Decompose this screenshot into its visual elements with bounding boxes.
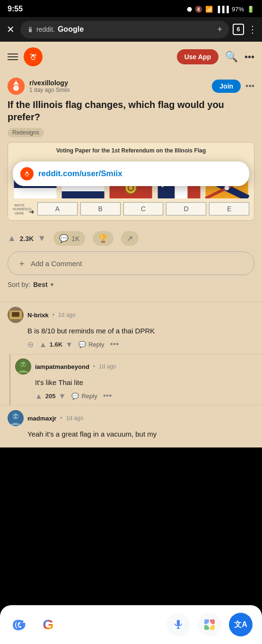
translate-button[interactable]: 文A (229, 613, 253, 636)
use-app-button[interactable]: Use App (177, 49, 218, 64)
share-button[interactable]: ↗ (121, 231, 139, 246)
sort-label: Sort by: (8, 281, 30, 288)
downvote-button[interactable]: ▼ (37, 233, 46, 243)
svg-point-43 (14, 416, 15, 417)
reddit-logo[interactable] (24, 47, 43, 66)
svg-point-40 (24, 364, 26, 366)
subreddit-details: r/vexillology 1 day ago Smiix (29, 79, 70, 93)
reply-upvote-button[interactable]: ▲ (35, 392, 43, 401)
search-button[interactable]: 🔍 (225, 51, 238, 63)
google-g-logo[interactable]: G (9, 614, 30, 635)
comment-upvote-button[interactable]: ▲ (39, 340, 47, 349)
sort-value[interactable]: Best (33, 281, 47, 288)
browser-more-button[interactable]: ⋮ (248, 24, 257, 35)
svg-rect-36 (20, 311, 22, 319)
reply-reply-button[interactable]: 💬 Reply (71, 393, 97, 400)
comment-3-dot: • (60, 415, 62, 421)
reply-username[interactable]: iampatmanbeyond (35, 363, 89, 370)
add-comment-button[interactable]: ＋ Add a Comment (8, 251, 254, 275)
translate-icon: 文A (234, 620, 247, 630)
svg-rect-34 (12, 312, 19, 317)
comment-dot: • (52, 312, 54, 318)
reply-dot: • (93, 363, 95, 370)
comment-reply-button[interactable]: 💬 Reply (79, 341, 104, 348)
reply-downvote-button[interactable]: ▼ (59, 392, 66, 401)
post-more-button[interactable]: ••• (245, 81, 254, 91)
svg-point-31 (224, 186, 229, 190)
join-button[interactable]: Join (212, 80, 241, 93)
svg-rect-46 (177, 620, 180, 626)
reply-label: Reply (88, 341, 104, 348)
letter-box-d: D (166, 202, 206, 215)
reply-actions: ▲ 205 ▼ 💬 Reply ••• (15, 391, 254, 401)
reply-more-button[interactable]: ••• (103, 391, 112, 401)
reply-icon-inner: 💬 (71, 393, 79, 400)
svg-point-3 (34, 57, 35, 58)
google-g-icon[interactable]: G (38, 614, 59, 635)
comments-section: N-brixk • 1d ago B is 8/10 but reminds m… (0, 302, 262, 447)
share-icon: ↗ (127, 234, 133, 243)
vote-section: ▲ 2.3K ▼ (8, 233, 46, 243)
google-bar: G G 文A (0, 605, 262, 644)
more-options-button[interactable]: ••• (245, 52, 254, 63)
award-icon: 🏆 (98, 234, 108, 243)
svg-point-11 (28, 174, 29, 175)
browser-close-button[interactable]: ✕ (5, 22, 17, 37)
comment-more-button[interactable]: ••• (110, 340, 119, 349)
comment-avatar (8, 307, 24, 323)
browser-bar: ✕ reddit. Google + 6 ⋮ (0, 17, 262, 42)
reply-vote-count: 205 (45, 393, 56, 400)
svg-rect-18 (62, 191, 105, 198)
tooltip-url-text: reddit.com/user/Smiix (38, 169, 122, 179)
comment-icon: 💬 (59, 234, 69, 243)
write-here-label: WRITE NUMBER(S) HERE (13, 204, 26, 215)
post-time: 1 day ago (29, 87, 54, 93)
svg-point-12 (26, 172, 28, 174)
post-author: Smiix (56, 87, 70, 93)
post-meta: 1 day ago Smiix (29, 87, 70, 93)
svg-point-2 (31, 57, 32, 58)
comment-3-username[interactable]: madmaxjr (27, 415, 56, 422)
svg-point-5 (35, 55, 36, 56)
hamburger-line (8, 54, 18, 54)
award-button[interactable]: 🏆 (93, 231, 114, 246)
comment-collapse-button[interactable]: ⊖ (27, 340, 34, 349)
subreddit-avatar[interactable] (8, 78, 25, 95)
battery-text: 97% (232, 6, 244, 13)
letter-box-c: C (123, 202, 164, 215)
url-tooltip[interactable]: reddit.com/user/Smiix (13, 161, 249, 186)
mute-icon: 🔇 (195, 6, 202, 13)
reply-comment-item: iampatmanbeyond • 1d ago It's like Thai … (9, 354, 262, 405)
svg-point-53 (208, 623, 211, 626)
tab-count[interactable]: 6 (233, 24, 244, 35)
comment-actions: ⊖ ▲ 1.6K ▼ 💬 Reply ••• (8, 340, 254, 349)
post-actions: ▲ 2.3K ▼ 💬 1K 🏆 ↗ (8, 225, 254, 251)
upvote-button[interactable]: ▲ (8, 233, 16, 243)
address-bar[interactable]: reddit. Google + (20, 21, 229, 38)
svg-rect-35 (9, 311, 11, 319)
comment-button[interactable]: 💬 1K (53, 231, 85, 246)
wifi-icon: 📶 (205, 6, 213, 13)
comment-3-header: madmaxjr • 1d ago (8, 410, 254, 426)
hamburger-menu[interactable] (8, 54, 18, 60)
comment-downvote-button[interactable]: ▼ (65, 340, 73, 349)
hamburger-line (8, 56, 18, 57)
post-flair[interactable]: Redesigns (8, 128, 44, 137)
bluetooth-icon: ⬣ (187, 6, 192, 13)
subreddit-name: r/vexillology (29, 79, 70, 87)
add-tab-button[interactable]: + (217, 25, 222, 35)
add-comment-text: Add a Comment (31, 259, 82, 268)
reddit-header: Use App 🔍 ••• (0, 42, 262, 72)
svg-point-4 (32, 54, 35, 57)
lens-button[interactable] (198, 613, 221, 636)
reply-label-inner: Reply (81, 393, 97, 400)
comment-username[interactable]: N-brixk (27, 312, 49, 319)
svg-point-39 (21, 364, 23, 366)
mic-button[interactable] (166, 613, 190, 636)
reply-vote-section: ▲ 205 ▼ (35, 392, 66, 401)
g-letter-colored: G (43, 617, 53, 633)
comment-body: B is 8/10 but reminds me of a thai DPRK (8, 326, 254, 336)
arrow-icon: ➜ (29, 208, 35, 215)
sort-chevron-icon[interactable]: ▾ (51, 281, 53, 288)
signal-icon: ▐▐▐ (216, 6, 229, 13)
